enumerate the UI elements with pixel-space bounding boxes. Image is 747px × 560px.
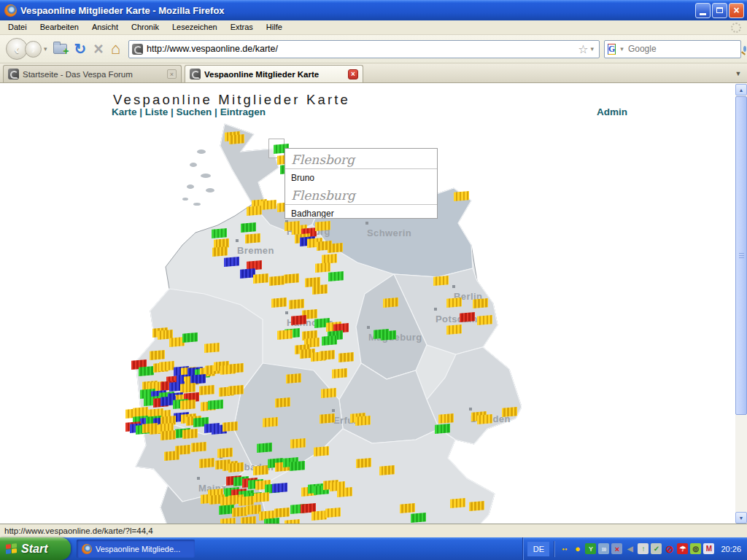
member-flag[interactable] bbox=[139, 366, 154, 376]
member-flag[interactable] bbox=[469, 501, 484, 511]
member-flag[interactable] bbox=[240, 268, 255, 279]
member-flag[interactable] bbox=[245, 233, 260, 244]
all-tabs-dropdown-icon[interactable]: ▼ bbox=[732, 66, 744, 80]
member-flag[interactable] bbox=[446, 324, 462, 335]
taskbar-window-button[interactable]: Vespaonline Mitgliede... bbox=[77, 540, 195, 558]
stop-button[interactable]: × bbox=[93, 41, 103, 58]
forward-button[interactable]: › bbox=[25, 41, 42, 58]
menu-item-bearbeiten[interactable]: Bearbeiten bbox=[34, 20, 85, 34]
member-flag[interactable] bbox=[328, 243, 343, 253]
minimize-button[interactable] bbox=[695, 3, 711, 18]
vertical-scrollbar[interactable]: ▲ ▼ bbox=[735, 84, 747, 524]
safely-remove-icon[interactable]: ↑ bbox=[638, 543, 649, 554]
volume-icon[interactable]: ◀ bbox=[624, 543, 635, 554]
reload-button[interactable]: ↻ bbox=[74, 40, 87, 58]
avira-umbrella-icon[interactable]: ☂ bbox=[677, 543, 688, 554]
member-flag[interactable] bbox=[337, 487, 352, 497]
history-dropdown-icon[interactable]: ▾ bbox=[42, 45, 50, 52]
member-flag[interactable] bbox=[286, 373, 301, 384]
scroll-down-icon[interactable]: ▼ bbox=[735, 512, 747, 524]
member-flag[interactable] bbox=[473, 298, 488, 308]
icq-flower-icon[interactable]: ● bbox=[572, 543, 583, 554]
member-flag[interactable] bbox=[435, 424, 450, 434]
search-magnifier-icon[interactable] bbox=[743, 46, 746, 52]
blocked-icon[interactable]: ⊘ bbox=[664, 543, 675, 554]
member-flag[interactable] bbox=[271, 298, 287, 308]
url-input[interactable] bbox=[143, 44, 578, 54]
member-flag[interactable] bbox=[338, 352, 354, 362]
member-flag[interactable] bbox=[217, 448, 233, 458]
scroll-up-icon[interactable]: ▲ bbox=[735, 84, 747, 96]
member-flag[interactable] bbox=[269, 276, 285, 286]
member-flag[interactable] bbox=[241, 516, 256, 524]
member-flag[interactable] bbox=[253, 273, 268, 284]
member-flag[interactable] bbox=[232, 507, 247, 517]
page-link-liste[interactable]: Liste bbox=[145, 106, 169, 117]
member-flag[interactable] bbox=[257, 443, 272, 453]
member-flag[interactable] bbox=[222, 421, 238, 432]
tab-close-icon[interactable]: × bbox=[167, 69, 177, 79]
member-flag[interactable] bbox=[277, 330, 293, 340]
member-flag[interactable] bbox=[275, 397, 290, 408]
new-tab-button[interactable] bbox=[53, 44, 67, 54]
member-flag[interactable] bbox=[290, 438, 306, 448]
search-engine-dropdown-icon[interactable]: ▾ bbox=[618, 45, 626, 52]
member-flag[interactable] bbox=[253, 465, 268, 475]
member-flag[interactable] bbox=[219, 505, 234, 515]
member-flag[interactable] bbox=[315, 262, 330, 273]
member-flag[interactable] bbox=[400, 503, 415, 513]
member-flag[interactable] bbox=[289, 299, 304, 309]
member-flag[interactable] bbox=[328, 271, 344, 281]
member-flag[interactable] bbox=[454, 191, 469, 201]
member-flag[interactable] bbox=[291, 315, 306, 325]
menu-item-chronik[interactable]: Chronik bbox=[125, 20, 166, 34]
member-flag[interactable] bbox=[254, 492, 269, 502]
member-flag[interactable] bbox=[212, 228, 227, 238]
member-flag[interactable] bbox=[272, 483, 287, 493]
member-flag[interactable] bbox=[312, 284, 328, 295]
member-flag[interactable] bbox=[180, 400, 196, 410]
member-flag[interactable] bbox=[199, 458, 214, 468]
popup-member-name[interactable]: Bruno bbox=[285, 169, 437, 186]
search-bar[interactable]: G ▾ bbox=[604, 40, 741, 58]
member-flag[interactable] bbox=[190, 374, 206, 384]
member-flag[interactable] bbox=[182, 332, 198, 343]
network-error-icon[interactable]: × bbox=[611, 543, 622, 554]
tab-mitglieder-karte[interactable]: Vespaonline Mitglieder Karte × bbox=[185, 65, 363, 82]
window-titlebar[interactable]: Vespaonline Mitglieder Karte - Mozilla F… bbox=[0, 0, 747, 20]
member-flag[interactable] bbox=[228, 385, 244, 395]
page-link-admin[interactable]: Admin bbox=[597, 106, 627, 117]
magicdisc-icon[interactable]: M bbox=[703, 543, 714, 554]
page-link-suchen[interactable]: Suchen bbox=[177, 106, 212, 117]
member-flag[interactable] bbox=[320, 350, 335, 360]
language-indicator[interactable]: DE bbox=[527, 542, 549, 556]
member-flag[interactable] bbox=[246, 505, 261, 515]
router-icon[interactable]: Y bbox=[585, 543, 596, 554]
member-flag[interactable] bbox=[355, 416, 371, 426]
member-flag[interactable] bbox=[450, 498, 465, 508]
member-flag[interactable] bbox=[356, 458, 371, 468]
bookmark-star-icon[interactable]: ☆ bbox=[578, 42, 588, 56]
member-flag[interactable] bbox=[477, 315, 492, 325]
member-flag[interactable] bbox=[477, 414, 492, 424]
member-flag[interactable] bbox=[315, 221, 330, 231]
search-input[interactable] bbox=[628, 44, 741, 54]
member-flag[interactable] bbox=[411, 513, 426, 523]
member-flag[interactable] bbox=[204, 343, 220, 353]
member-flag[interactable] bbox=[261, 200, 276, 210]
member-flag[interactable] bbox=[460, 312, 475, 322]
member-flag[interactable] bbox=[159, 361, 174, 371]
member-flag[interactable] bbox=[322, 335, 337, 346]
member-flag[interactable] bbox=[274, 508, 290, 518]
tab-close-icon[interactable]: × bbox=[348, 69, 358, 79]
member-flag[interactable] bbox=[320, 413, 335, 424]
member-flag[interactable] bbox=[383, 298, 398, 308]
member-flag[interactable] bbox=[446, 298, 462, 308]
member-flag[interactable] bbox=[208, 400, 223, 410]
start-button[interactable]: Start bbox=[0, 537, 71, 560]
member-flag[interactable] bbox=[290, 461, 305, 471]
close-button[interactable]: × bbox=[729, 3, 744, 18]
member-flag[interactable] bbox=[381, 330, 396, 341]
menu-item-ansicht[interactable]: Ansicht bbox=[85, 20, 125, 34]
menu-item-datei[interactable]: Datei bbox=[1, 20, 34, 34]
